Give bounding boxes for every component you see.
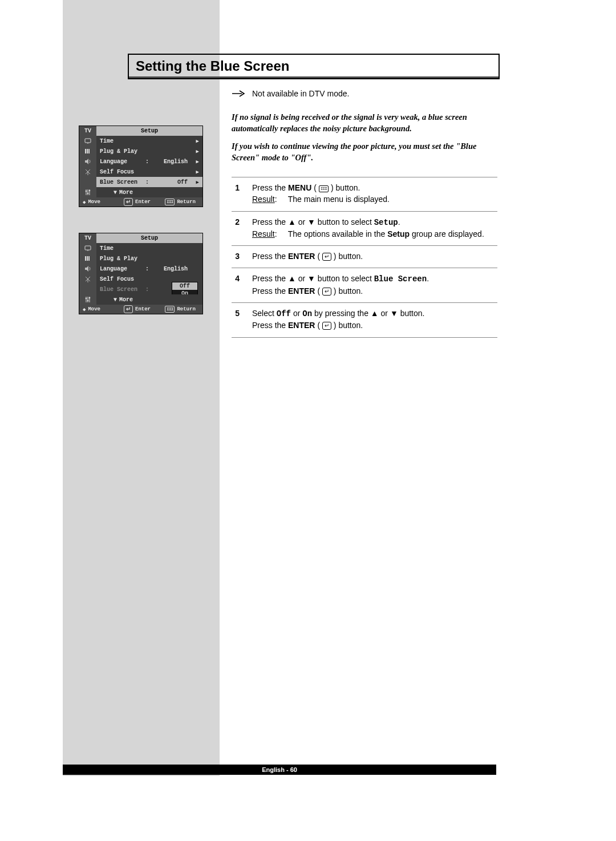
intro-text: If no signal is being received or the si…	[232, 112, 487, 163]
step-num: 1	[232, 182, 240, 205]
step-3: 3 Press the ENTER ( ↵ ) button.	[232, 245, 497, 268]
osd-row-time[interactable]: Time▶	[79, 136, 202, 146]
note-line: Not available in DTV mode.	[232, 89, 349, 98]
speaker-icon	[84, 265, 92, 273]
osd-row-plug[interactable]: Plug & Play▶	[79, 146, 202, 156]
chevron-right-icon: ▶	[196, 148, 199, 155]
osd-row-plug[interactable]: Plug & Play	[79, 253, 202, 264]
chevron-down-icon: ▼	[114, 297, 117, 303]
svg-rect-3	[87, 149, 88, 153]
tv-icon	[84, 244, 92, 252]
dropdown-option-off[interactable]: Off	[172, 282, 197, 290]
speaker-icon	[84, 157, 92, 165]
return-icon: III	[165, 199, 175, 205]
enter-button-icon: ↵	[322, 322, 331, 330]
svg-point-28	[87, 300, 89, 302]
svg-marker-20	[85, 266, 88, 272]
osd-title: Setup	[96, 233, 202, 243]
osd-row-more[interactable]: ▼ More	[79, 187, 202, 197]
tv-icon	[84, 137, 92, 145]
updown-icon: ◆	[83, 306, 86, 313]
osd-row-language[interactable]: Language:English▶	[79, 156, 202, 167]
svg-rect-18	[87, 256, 88, 261]
chevron-right-icon: ▶	[196, 138, 199, 144]
svg-point-14	[89, 190, 91, 192]
sliders-icon	[84, 296, 92, 304]
step-num: 3	[232, 250, 240, 262]
osd-row-more[interactable]: ▼ More	[79, 294, 202, 305]
osd-tv-label: TV	[79, 126, 96, 136]
note-text: Not available in DTV mode.	[252, 89, 349, 98]
svg-point-12	[86, 191, 87, 192]
svg-rect-15	[85, 246, 91, 250]
osd-row-selffocus[interactable]: Self Focus▶	[79, 167, 202, 177]
manual-page: Setting the Blue Screen Not available in…	[0, 0, 616, 841]
bars-icon	[84, 147, 92, 155]
section-title-box: Setting the Blue Screen	[128, 54, 500, 79]
bars-icon	[84, 254, 92, 262]
step-body: Press the ENTER ( ↵ ) button.	[252, 250, 497, 262]
svg-marker-5	[85, 159, 88, 164]
enter-icon: ↵	[124, 305, 133, 313]
step-body: Press the ▲ or ▼ button to select Setup.…	[252, 216, 497, 240]
section-title: Setting the Blue Screen	[129, 55, 499, 78]
step-num: 5	[232, 308, 240, 331]
sliders-icon	[84, 188, 92, 196]
osd-row-bluescreen[interactable]: Blue Screen: Off On	[79, 284, 202, 294]
sidebar-band	[63, 0, 220, 776]
svg-rect-4	[88, 149, 90, 153]
step-4: 4 Press the ▲ or ▼ button to select Blue…	[232, 268, 497, 302]
osd-footer: ◆Move ↵Enter IIIReturn	[79, 197, 202, 207]
osd-panel-1: TV Setup Time▶ Plug & Play▶ Language:Eng…	[79, 126, 203, 207]
intro-p2: If you wish to continue viewing the poor…	[232, 141, 487, 163]
antenna-icon	[84, 168, 92, 176]
step-2: 2 Press the ▲ or ▼ button to select Setu…	[232, 211, 497, 246]
svg-rect-2	[85, 149, 86, 153]
svg-rect-19	[88, 256, 90, 261]
enter-icon: ↵	[124, 198, 133, 206]
menu-button-icon: III	[319, 185, 329, 192]
return-icon: III	[165, 306, 175, 313]
result-label: Result	[252, 229, 275, 238]
antenna-icon	[84, 275, 92, 283]
chevron-down-icon: ▼	[114, 189, 117, 196]
osd-header: TV Setup	[79, 126, 202, 136]
enter-button-icon: ↵	[322, 253, 331, 261]
step-num: 2	[232, 216, 240, 240]
chevron-right-icon: ▶	[196, 169, 199, 175]
enter-button-icon: ↵	[322, 288, 331, 296]
chevron-right-icon: ▶	[196, 159, 199, 165]
osd-row-bluescreen[interactable]: Blue Screen:Off▶	[79, 177, 202, 187]
osd-header: TV Setup	[79, 233, 202, 243]
step-body: Press the MENU ( III ) button. Result: T…	[252, 182, 497, 205]
osd-title: Setup	[96, 126, 202, 136]
svg-point-27	[86, 298, 87, 300]
osd-row-time[interactable]: Time	[79, 243, 202, 253]
osd-panel-2: TV Setup Time Plug & Play Language:Engli…	[79, 233, 203, 314]
step-num: 4	[232, 273, 240, 297]
chevron-right-icon: ▶	[196, 179, 199, 185]
note-arrow-icon	[232, 90, 246, 98]
step-body: Press the ▲ or ▼ button to select Blue S…	[252, 273, 497, 297]
osd-row-language[interactable]: Language:English	[79, 264, 202, 274]
svg-point-29	[89, 297, 91, 299]
updown-icon: ◆	[83, 199, 86, 205]
step-1: 1 Press the MENU ( III ) button. Result:…	[232, 177, 497, 211]
intro-p1: If no signal is being received or the si…	[232, 112, 487, 134]
page-footer: English - 60	[63, 765, 496, 775]
step-body: Select Off or On by pressing the ▲ or ▼ …	[252, 308, 497, 331]
svg-point-13	[87, 193, 89, 195]
svg-rect-0	[85, 139, 91, 143]
result-text: The main menu is displayed.	[288, 195, 390, 204]
steps-list: 1 Press the MENU ( III ) button. Result:…	[232, 177, 497, 338]
osd-tv-label: TV	[79, 233, 96, 243]
step-5: 5 Select Off or On by pressing the ▲ or …	[232, 302, 497, 338]
svg-rect-17	[85, 256, 86, 261]
result-label: Result	[252, 195, 275, 204]
osd-footer: ◆Move ↵Enter IIIReturn	[79, 305, 202, 314]
